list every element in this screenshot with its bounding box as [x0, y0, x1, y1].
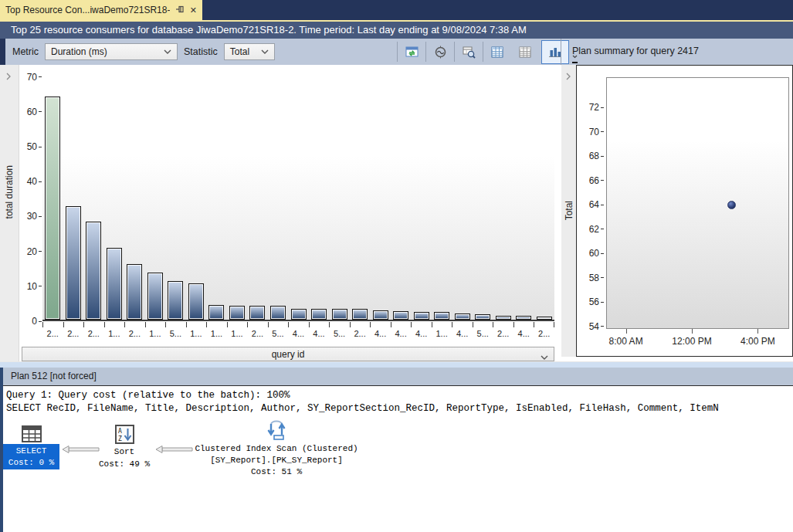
x-tick [350, 322, 351, 327]
plan-summary-chart: 545658606264666870728:00 AM12:00 PM4:00 … [576, 65, 793, 357]
x-category-label: 4... [309, 329, 330, 338]
left-y-axis-title-wrap: total duration [0, 65, 19, 320]
refresh-button[interactable] [400, 42, 423, 63]
grid-with-values-button[interactable] [486, 42, 509, 63]
y-tick-label: 64 [577, 198, 604, 211]
bar-query[interactable] [537, 317, 552, 320]
y-tick-label: 54 [577, 320, 604, 333]
x-category-label: 1... [227, 329, 248, 338]
x-tick [268, 322, 269, 327]
tab-title: Top Resource Con...iwaDemo721SR18-2] [5, 5, 170, 15]
plan-header-label: Plan 512 [not forced] [11, 371, 97, 381]
x-category-label: 5... [268, 329, 289, 338]
bar-query[interactable] [455, 313, 470, 320]
chart-view-button[interactable] [541, 40, 569, 64]
bar-query[interactable] [107, 248, 122, 320]
left-collapse-strip[interactable]: total duration [0, 65, 19, 361]
bar-query[interactable] [229, 306, 245, 320]
x-tick [42, 322, 43, 327]
x-category-label: 4... [391, 329, 412, 338]
horizontal-splitter[interactable] [0, 361, 793, 368]
bar-query[interactable] [66, 206, 81, 320]
grid-button[interactable] [513, 42, 537, 63]
view-plan-magnifier-icon [463, 46, 476, 59]
x-tick [247, 322, 248, 327]
x-tick [493, 322, 493, 327]
bar-query[interactable] [127, 264, 142, 320]
x-tick [288, 322, 289, 327]
right-collapse-strip[interactable]: Total [561, 65, 576, 357]
x-tick [391, 322, 391, 327]
bar-query[interactable] [516, 316, 531, 320]
bar-query[interactable] [86, 222, 101, 320]
query-text-panel: Query 1: Query cost (relative to the bat… [0, 387, 793, 417]
x-category-label: 5... [329, 329, 350, 338]
pin-icon[interactable] [175, 5, 185, 16]
bar-query[interactable] [393, 311, 408, 320]
bar-query[interactable] [332, 309, 347, 320]
statistic-value: Total [230, 46, 249, 57]
bar-query[interactable] [291, 309, 307, 320]
y-tick-label: 68 [577, 150, 604, 162]
x-time-label: 8:00 AM [595, 336, 657, 347]
result-grid-icon[interactable] [22, 425, 42, 445]
bar-query[interactable] [496, 316, 511, 320]
x-category-label: 5... [165, 329, 186, 338]
x-tick [370, 322, 371, 327]
bar-query[interactable] [270, 306, 286, 320]
sort-node-cost: Cost: 49 % [89, 459, 160, 469]
query-select-line: SELECT RecID, FileName, Title, Descripti… [6, 403, 719, 414]
track-query-icon [434, 46, 447, 59]
track-query-button[interactable] [429, 42, 452, 63]
bar-query[interactable] [188, 283, 204, 320]
x-axis-dropdown-value: query id [272, 349, 305, 360]
x-tick [309, 322, 310, 327]
clustered-index-scan-icon[interactable] [266, 418, 287, 443]
y-tick-label: 0 [32, 315, 42, 327]
plan-header-bar: Plan 512 [not forced] [0, 368, 793, 386]
statistic-dropdown[interactable]: Total [224, 43, 275, 60]
x-tick [432, 322, 432, 327]
bar-query[interactable] [475, 314, 490, 320]
scan-node-object: [SY_Report].[PK_SY_Report] [191, 456, 362, 465]
svg-text:Z: Z [118, 435, 122, 442]
x-category-label: 1... [206, 329, 227, 338]
close-icon[interactable]: ✕ [190, 5, 197, 15]
query-cost-line: Query 1: Query cost (relative to the bat… [6, 390, 290, 401]
svg-text:A: A [118, 428, 122, 435]
x-tick [63, 322, 64, 327]
report-title: Top 25 resource consumers for database J… [11, 24, 527, 36]
bar-query[interactable] [352, 309, 368, 320]
x-category-label: 1... [145, 329, 166, 338]
bar-query[interactable] [373, 310, 388, 320]
bar-query[interactable] [414, 312, 429, 320]
y-tick-label: 58 [577, 272, 604, 284]
x-category-label: 2... [83, 329, 104, 338]
select-node[interactable]: SELECT Cost: 0 % [3, 444, 59, 469]
bar-query[interactable] [168, 281, 183, 320]
x-tick [227, 322, 228, 327]
x-category-label: 2... [534, 329, 554, 338]
document-tab[interactable]: Top Resource Con...iwaDemo721SR18-2] ✕ [0, 0, 202, 20]
left-y-axis: 010203040506070 [19, 68, 42, 321]
metric-dropdown[interactable]: Duration (ms) [45, 43, 178, 60]
x-category-label: 5... [473, 329, 493, 338]
view-plan-summary-button[interactable] [457, 42, 480, 63]
bar-query[interactable] [147, 273, 163, 320]
x-tick [329, 322, 330, 327]
sort-node[interactable]: Sort [97, 447, 152, 456]
sort-icon[interactable]: AZ [115, 425, 134, 446]
bar-query[interactable] [311, 309, 327, 320]
y-tick-label: 60 [577, 247, 604, 259]
toolbar-separator [397, 42, 398, 62]
x-tick [554, 322, 554, 327]
x-category-label: 4... [370, 329, 391, 338]
bar-query[interactable] [249, 306, 265, 320]
scan-node[interactable]: Clustered Index Scan (Clustered) [191, 444, 362, 453]
bar-query[interactable] [208, 305, 224, 320]
x-tick [186, 322, 187, 327]
bar-query[interactable] [434, 312, 449, 320]
bar-selected-query[interactable] [45, 97, 60, 320]
y-tick-label: 60 [27, 106, 42, 118]
x-axis-dropdown[interactable]: query id [22, 347, 554, 361]
